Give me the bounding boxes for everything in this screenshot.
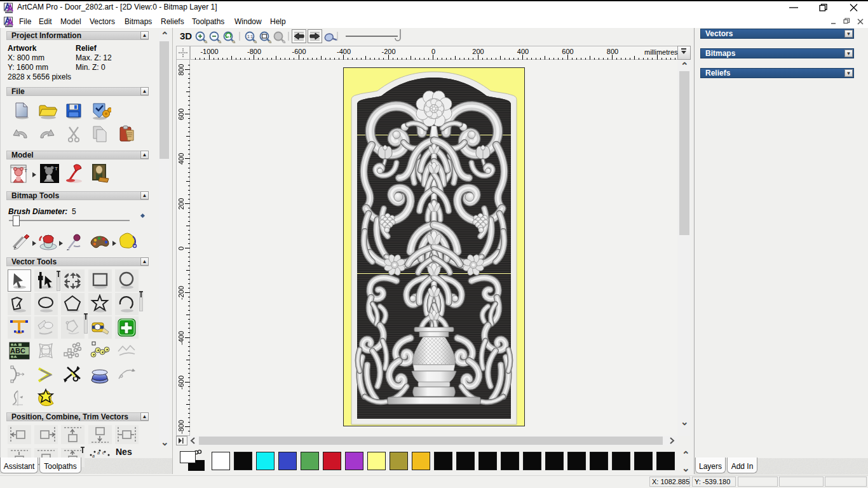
svg-text:a: a	[97, 451, 100, 455]
svg-text:Nes: Nes	[116, 447, 132, 457]
svg-text:T: T	[24, 168, 27, 173]
svg-text:a: a	[92, 454, 95, 458]
svg-text:c: c	[102, 451, 105, 455]
svg-text:T: T	[55, 166, 58, 172]
svg-text:1:1: 1:1	[247, 34, 253, 39]
svg-text:3D: 3D	[180, 30, 192, 41]
svg-text:ABC: ABC	[10, 347, 25, 355]
